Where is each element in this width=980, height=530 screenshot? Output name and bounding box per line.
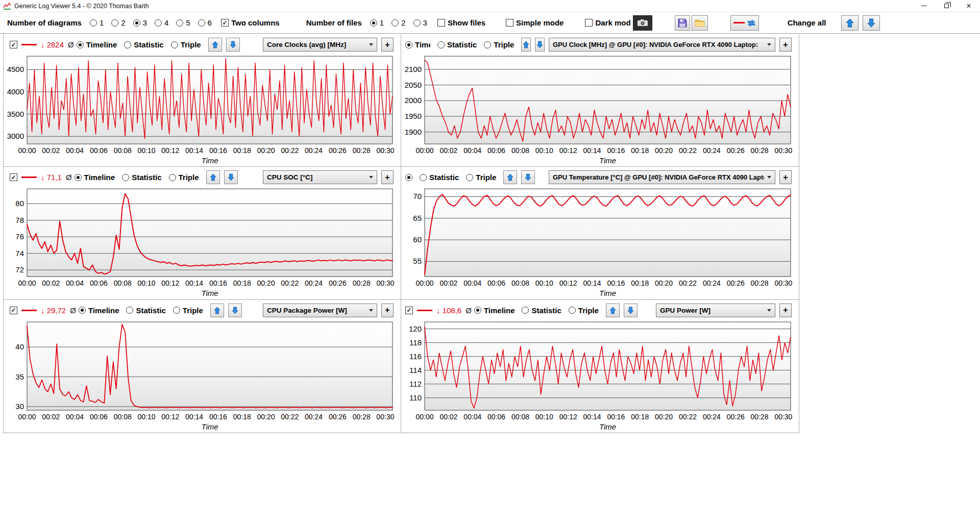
radio-statistic[interactable]: Statistic <box>124 40 163 49</box>
svg-text:00:12: 00:12 <box>161 279 179 287</box>
add-series-button[interactable]: + <box>779 304 792 317</box>
add-series-button[interactable]: + <box>381 170 394 184</box>
check-icon: ✓ <box>11 42 16 48</box>
svg-text:00:04: 00:04 <box>463 279 481 287</box>
series-visible-checkbox[interactable]: ✓ <box>405 307 413 314</box>
file-count-option-3[interactable]: 3 <box>413 18 427 27</box>
move-diagram-up-button[interactable] <box>208 38 222 52</box>
simple-mode-checkbox[interactable]: Simple mode <box>506 18 564 27</box>
change-all-up-button[interactable] <box>841 15 859 31</box>
line-style-refresh-button[interactable] <box>730 15 759 31</box>
screenshot-button[interactable] <box>633 15 652 31</box>
series-visible-checkbox[interactable]: ✓ <box>10 307 17 314</box>
move-diagram-down-button[interactable] <box>228 304 242 317</box>
svg-text:00:22: 00:22 <box>281 279 299 287</box>
metric-select[interactable]: CPU SOC [°C] <box>263 170 377 184</box>
change-all-down-button[interactable] <box>863 15 880 31</box>
average-symbol[interactable]: Ø <box>70 306 76 315</box>
move-diagram-up-button[interactable] <box>206 170 220 184</box>
diagram-count-option-4[interactable]: 4 <box>155 18 168 27</box>
svg-text:00:00: 00:00 <box>415 279 433 287</box>
average-symbol[interactable]: Ø <box>68 40 74 49</box>
svg-text:00:04: 00:04 <box>66 146 84 155</box>
dark-mode-checkbox[interactable]: Dark mod <box>585 18 630 27</box>
radio-triple[interactable]: Triple <box>484 40 514 49</box>
radio-triple[interactable]: Triple <box>173 306 203 315</box>
add-series-button[interactable]: + <box>381 38 394 52</box>
two-columns-checkbox[interactable]: ✓ Two columns <box>221 18 280 27</box>
move-diagram-down-button[interactable] <box>226 38 240 52</box>
save-button[interactable] <box>675 15 690 31</box>
radio-icon <box>391 19 399 27</box>
radio-triple[interactable]: Triple <box>169 173 199 182</box>
average-symbol[interactable]: Ø <box>66 173 72 182</box>
diagram-count-option-6[interactable]: 6 <box>198 18 212 27</box>
svg-text:00:30: 00:30 <box>376 413 394 421</box>
add-series-button[interactable]: + <box>779 170 792 184</box>
radio-statistic[interactable]: Statistic <box>437 40 477 49</box>
svg-text:1900: 1900 <box>405 128 422 136</box>
radio-triple[interactable]: Triple <box>171 40 201 49</box>
series-visible-checkbox[interactable]: ✓ <box>10 41 17 48</box>
show-files-checkbox[interactable]: Show files <box>437 18 485 27</box>
down-arrow-icon <box>536 41 543 48</box>
files-label: Number of files <box>306 18 362 27</box>
radio-statistic[interactable]: Statistic <box>122 173 161 182</box>
radio-selected-icon <box>405 41 412 48</box>
move-diagram-down-button[interactable] <box>521 170 535 184</box>
radio-triple[interactable]: Triple <box>466 173 496 182</box>
radio-statistic[interactable]: Statistic <box>522 306 561 315</box>
metric-select[interactable]: Core Clocks (avg) [MHz] <box>263 38 377 52</box>
toolbar: Number of diagrams 1 2 3 4 5 6 ✓ Two col… <box>0 12 980 34</box>
file-count-option-1[interactable]: 1 <box>370 18 384 27</box>
metric-select[interactable]: GPU Clock [MHz] @ GPU [#0]: NVIDIA GeFor… <box>549 38 775 52</box>
metric-select[interactable]: CPU Package Power [W] <box>263 304 377 317</box>
diagram-count-option-1[interactable]: 1 <box>90 18 104 27</box>
svg-text:00:12: 00:12 <box>161 146 179 155</box>
radio-timeline[interactable]: Timeline <box>75 173 115 182</box>
file-count-option-2[interactable]: 2 <box>391 18 405 27</box>
svg-text:4500: 4500 <box>7 65 24 73</box>
radio-icon <box>484 41 491 48</box>
metric-select[interactable]: GPU Temperature [°C] @ GPU [#0]: NVIDIA … <box>549 170 775 184</box>
move-diagram-up-button[interactable] <box>521 38 531 52</box>
radio-triple[interactable]: Triple <box>569 306 599 315</box>
chevron-down-icon <box>767 176 771 179</box>
move-diagram-up-button[interactable] <box>606 304 620 317</box>
radio-icon <box>198 19 205 27</box>
diagram-count-option-2[interactable]: 2 <box>111 18 125 27</box>
average-symbol[interactable]: Ø <box>465 306 472 315</box>
maximize-button[interactable] <box>935 0 958 12</box>
radio-timeline[interactable]: Timeline <box>79 306 119 315</box>
radio-timeline[interactable]: Timeline <box>405 174 412 181</box>
check-icon: ✓ <box>11 307 16 313</box>
diagram-count-option-5[interactable]: 5 <box>176 18 190 27</box>
move-diagram-up-button[interactable] <box>210 304 224 317</box>
svg-text:00:20: 00:20 <box>655 146 673 155</box>
radio-selected-icon <box>79 307 86 314</box>
open-folder-button[interactable] <box>692 15 708 31</box>
radio-statistic[interactable]: Statistic <box>420 173 459 182</box>
svg-text:65: 65 <box>413 214 422 222</box>
series-visible-checkbox[interactable]: ✓ <box>10 173 17 181</box>
svg-text:Time: Time <box>599 422 616 431</box>
move-diagram-down-button[interactable] <box>224 170 238 184</box>
minimize-button[interactable] <box>913 0 935 12</box>
diagram-count-option-3[interactable]: 3 <box>133 18 147 27</box>
radio-timeline[interactable]: Timeline <box>77 40 117 49</box>
radio-timeline[interactable]: Timeline <box>474 306 515 315</box>
metric-select[interactable]: GPU Power [W] <box>656 304 775 317</box>
series-color-line <box>21 310 37 311</box>
radio-statistic[interactable]: Statistic <box>126 306 165 315</box>
add-series-button[interactable]: + <box>779 38 792 52</box>
svg-text:00:14: 00:14 <box>185 279 203 287</box>
file-count-radios: 1 2 3 <box>370 18 427 27</box>
add-series-button[interactable]: + <box>381 304 394 317</box>
svg-text:00:18: 00:18 <box>631 279 649 287</box>
radio-timeline[interactable]: Timeline <box>405 40 430 49</box>
move-diagram-down-button[interactable] <box>535 38 545 52</box>
close-button[interactable]: × <box>958 0 980 12</box>
move-diagram-up-button[interactable] <box>503 170 517 184</box>
up-arrow-icon <box>846 18 854 28</box>
move-diagram-down-button[interactable] <box>624 304 638 317</box>
